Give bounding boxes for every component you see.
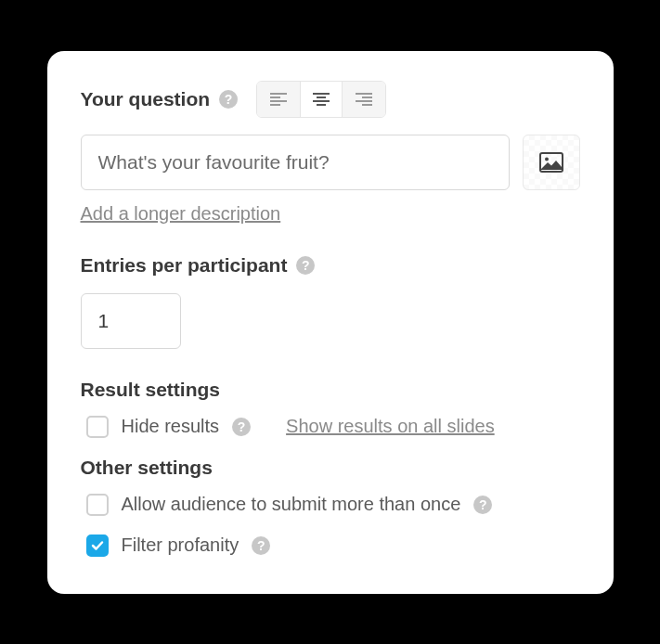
align-right-button[interactable] [343, 82, 385, 117]
image-icon [539, 152, 563, 173]
filter-profanity-label: Filter profanity [122, 535, 239, 556]
help-icon[interactable]: ? [232, 418, 251, 436]
result-settings-heading: Result settings [81, 379, 580, 401]
help-icon[interactable]: ? [296, 256, 315, 275]
other-settings-heading: Other settings [81, 457, 580, 479]
allow-multiple-checkbox[interactable] [86, 494, 109, 516]
add-description-link[interactable]: Add a longer description [81, 203, 281, 224]
allow-multiple-row: Allow audience to submit more than once … [86, 494, 580, 516]
help-icon[interactable]: ? [252, 536, 270, 555]
entries-section: Entries per participant ? [81, 254, 580, 349]
checkmark-icon [91, 540, 104, 551]
question-label: Your question [81, 88, 211, 110]
entries-input[interactable] [81, 293, 181, 349]
result-settings-section: Result settings Hide results ? Show resu… [81, 379, 580, 438]
show-all-slides-link[interactable]: Show results on all slides [286, 416, 495, 437]
entries-label-row: Entries per participant ? [81, 254, 580, 277]
settings-card: Your question ? Add a longer description… [47, 51, 614, 594]
question-input[interactable] [81, 135, 510, 190]
align-left-icon [269, 92, 288, 107]
align-group [256, 81, 386, 118]
entries-label: Entries per participant [81, 254, 288, 277]
filter-profanity-checkbox[interactable] [86, 535, 109, 557]
other-settings-section: Other settings Allow audience to submit … [81, 457, 580, 557]
filter-profanity-row: Filter profanity ? [86, 535, 580, 557]
add-image-button[interactable] [523, 135, 580, 190]
allow-multiple-label: Allow audience to submit more than once [122, 494, 461, 515]
hide-results-label: Hide results [122, 416, 220, 437]
help-icon[interactable]: ? [219, 90, 238, 109]
hide-results-checkbox[interactable] [86, 416, 109, 438]
hide-results-row: Hide results ? Show results on all slide… [86, 416, 580, 438]
help-icon[interactable]: ? [473, 496, 492, 514]
align-center-button[interactable] [300, 82, 343, 117]
svg-point-13 [545, 157, 549, 161]
question-label-row: Your question ? [81, 81, 580, 118]
align-center-icon [312, 92, 330, 107]
align-right-icon [355, 92, 373, 107]
question-input-row [81, 135, 580, 190]
align-left-button[interactable] [257, 82, 300, 117]
